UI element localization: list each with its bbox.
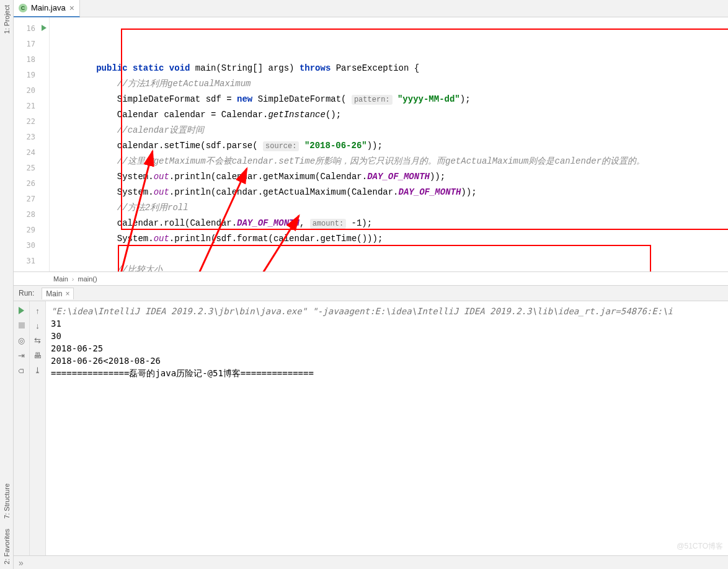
- code-line: //方法2利用roll: [50, 200, 728, 216]
- run-config-tab[interactable]: Main ×: [42, 288, 74, 299]
- code-line: [50, 247, 728, 262]
- console-line: 2018-06-25: [51, 342, 723, 355]
- code-line: //这里的getMaximum不会被calendar.setTime所影响，因为…: [50, 154, 728, 169]
- code-line: System.out.println(calendar.getActualMax…: [50, 185, 728, 200]
- left-tool-rail: 1: Project 7: Structure 2: Favorites: [0, 0, 14, 569]
- code-line: calendar.setTime(sdf.parse( source: "201…: [50, 138, 728, 154]
- wrap-button[interactable]: ⇆: [32, 335, 43, 346]
- console-line: 30: [51, 330, 723, 342]
- code-editor[interactable]: public static void main(String[] args) t…: [50, 17, 728, 271]
- rerun-button[interactable]: [16, 305, 27, 316]
- code-line: //calendar设置时间: [50, 123, 728, 138]
- run-tool-header: Run: Main ×: [14, 285, 728, 301]
- code-line: //比较大小: [50, 262, 728, 271]
- code-line: Calendar calendar = Calendar.getInstance…: [50, 107, 728, 123]
- dump-button[interactable]: ◎: [16, 335, 27, 346]
- print-button[interactable]: 🖶: [32, 350, 43, 361]
- run-label: Run:: [19, 289, 34, 298]
- java-class-icon: C: [19, 4, 27, 12]
- structure-tool-tab[interactable]: 7: Structure: [1, 479, 12, 524]
- run-gutter-icon[interactable]: [42, 25, 47, 31]
- console-command: "E:\idea\IntelliJ IDEA 2019.2.3\jbr\bin\…: [51, 305, 723, 317]
- down-button[interactable]: ↓: [32, 320, 43, 331]
- up-button[interactable]: ↑: [32, 305, 43, 316]
- stop-button[interactable]: [16, 320, 27, 331]
- console-line: ===============磊哥的java历险记-@51博客=========…: [51, 367, 723, 379]
- code-line: SimpleDateFormat sdf = new SimpleDateFor…: [50, 92, 728, 107]
- file-tab-label: Main.java: [31, 3, 66, 12]
- code-line: public static void main(String[] args) t…: [50, 61, 728, 76]
- close-icon[interactable]: ×: [69, 3, 74, 13]
- status-bar: »: [14, 555, 728, 569]
- code-line: calendar.roll(Calendar.DAY_OF_MONTH, amo…: [50, 216, 728, 231]
- editor-tab-bar: C Main.java ×: [14, 0, 728, 17]
- run-toolbar-right: ↑ ↓ ⇆ 🖶 ⤓: [30, 301, 46, 555]
- breadcrumb-class[interactable]: Main: [50, 275, 72, 283]
- breadcrumb: Main › main(): [14, 271, 728, 285]
- console-line: 31: [51, 317, 723, 330]
- breadcrumb-method[interactable]: main(): [74, 275, 101, 283]
- file-tab-main-java[interactable]: C Main.java ×: [14, 0, 80, 17]
- exit-button[interactable]: ⇥: [16, 350, 27, 361]
- scroll-end-button[interactable]: ⤓: [32, 364, 43, 376]
- project-tool-tab[interactable]: 1: Project: [1, 0, 12, 38]
- favorites-tool-tab[interactable]: 2: Favorites: [1, 524, 12, 569]
- run-toolbar-left: ◎ ⇥ ⫏: [14, 301, 30, 555]
- console-line: 2018-06-26<2018-08-26: [51, 355, 723, 367]
- line-gutter: 1617181920212223242526272829303132333435…: [14, 17, 50, 271]
- console-output[interactable]: "E:\idea\IntelliJ IDEA 2019.2.3\jbr\bin\…: [46, 301, 728, 555]
- layout-button[interactable]: ⫏: [16, 364, 27, 376]
- code-line: System.out.println(calendar.getMaximum(C…: [50, 169, 728, 185]
- status-hint: »: [19, 558, 24, 568]
- close-icon[interactable]: ×: [65, 289, 69, 298]
- code-line: //方法1利用getActualMaximum: [50, 76, 728, 92]
- code-line: System.out.println(sdf.format(calendar.g…: [50, 231, 728, 247]
